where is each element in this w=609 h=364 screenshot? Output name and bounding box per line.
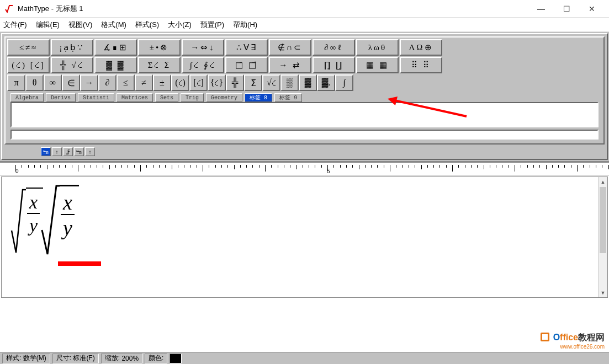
sym-pm[interactable]: ± bbox=[153, 74, 171, 91]
palette-greek-lower[interactable]: λωθ bbox=[356, 39, 399, 56]
frac-1-num: x bbox=[27, 192, 40, 213]
palette-misc[interactable]: ∂∞ℓ bbox=[313, 39, 355, 56]
status-style[interactable]: 样式: 数学(M) bbox=[2, 354, 50, 363]
tab-sets[interactable]: Sets bbox=[155, 93, 178, 102]
nav-right-tab-icon[interactable]: ⭾ bbox=[74, 147, 84, 156]
sym-element[interactable]: ∈ bbox=[62, 74, 80, 91]
menu-preset[interactable]: 预置(P) bbox=[200, 20, 224, 30]
formula: x y x y bbox=[10, 185, 79, 256]
frac-2-den: y bbox=[61, 215, 75, 239]
frac-2: x y bbox=[61, 191, 75, 239]
frac-1: x y bbox=[27, 192, 40, 236]
palette-logic[interactable]: ∴∀∃ bbox=[225, 39, 268, 56]
watermark: OOffice教程网ffice教程网 www.office26.com bbox=[539, 331, 605, 350]
sym-pi[interactable]: π bbox=[7, 74, 25, 91]
palette-embellish[interactable]: ∡∎⊞ bbox=[94, 39, 137, 56]
palette-arrows[interactable]: →⇔↓ bbox=[182, 39, 224, 56]
palette-product[interactable]: ∏̣ ∐̣ bbox=[313, 57, 355, 73]
ruler[interactable]: 0 5 bbox=[0, 162, 609, 175]
palette-fences[interactable]: (𐑖) [𐑖] bbox=[7, 57, 50, 73]
palette-greek-upper[interactable]: ΛΩ⊕ bbox=[400, 39, 442, 56]
scroll-down-icon[interactable]: ▼ bbox=[599, 288, 607, 297]
tab-derivs[interactable]: Derivs bbox=[46, 93, 76, 102]
menu-file[interactable]: 文件(F) bbox=[3, 20, 27, 30]
menu-edit[interactable]: 编辑(E) bbox=[36, 20, 60, 30]
menu-help[interactable]: 帮助(H) bbox=[233, 20, 257, 30]
frac-1-den: y bbox=[27, 214, 40, 236]
palette-overbar[interactable]: □̄ □⃗ bbox=[225, 57, 268, 73]
equation-editor[interactable]: x y x y ▲ ▼ bbox=[1, 176, 608, 298]
app-logo-icon bbox=[4, 4, 13, 13]
toolbar-area: ≤≠≈ ¡ạḅ∵ ∡∎⊞ ±•⊗ →⇔↓ ∴∀∃ ∉∩⊂ ∂∞ℓ λωθ ΛΩ⊕… bbox=[0, 32, 609, 162]
sym-leq[interactable]: ≤ bbox=[116, 74, 135, 91]
menu-view[interactable]: 视图(V) bbox=[68, 20, 92, 30]
palette-labeled-arrow[interactable]: → ⇄ bbox=[269, 57, 311, 73]
nav-center-icon[interactable]: ⭿ bbox=[63, 147, 73, 156]
sym-box1[interactable]: ▒ bbox=[280, 74, 299, 91]
palette-relations[interactable]: ≤≠≈ bbox=[7, 39, 50, 56]
nav-up2-icon[interactable]: ↑ bbox=[85, 147, 95, 156]
status-size[interactable]: 尺寸: 标准(F) bbox=[52, 354, 99, 363]
annotation-underline bbox=[58, 261, 101, 266]
palette-row-1: ≤≠≈ ¡ạḅ∵ ∡∎⊞ ±•⊗ →⇔↓ ∴∀∃ ∉∩⊂ ∂∞ℓ λωθ ΛΩ⊕ bbox=[7, 39, 602, 56]
nav-row: ⭾ ↑ ⭿ ⭾ ↑ bbox=[3, 146, 606, 158]
palette-set[interactable]: ∉∩⊂ bbox=[269, 39, 311, 56]
status-bar: 样式: 数学(M) 尺寸: 标准(F) 缩放: 200% 颜色: bbox=[0, 352, 609, 364]
close-button[interactable]: ✕ bbox=[579, 1, 605, 17]
palette-fractions[interactable]: ╬ √𐑖 bbox=[51, 57, 93, 73]
sym-box3[interactable]: ▓. bbox=[317, 74, 335, 91]
menu-size[interactable]: 大小(Z) bbox=[168, 20, 192, 30]
sym-bracket[interactable]: [𐑖] bbox=[189, 74, 208, 91]
scroll-up-icon[interactable]: ▲ bbox=[599, 177, 607, 186]
sym-theta[interactable]: θ bbox=[25, 74, 44, 91]
tab-8[interactable]: 标签 8 bbox=[245, 93, 272, 102]
status-zoom[interactable]: 缩放: 200% bbox=[101, 354, 142, 363]
palette-boxes[interactable]: ⠿ ⠿ bbox=[400, 57, 442, 73]
sym-partial[interactable]: ∂ bbox=[98, 74, 116, 91]
palette-matrix[interactable]: ▦ ▦ bbox=[356, 57, 399, 73]
nav-up-icon[interactable]: ↑ bbox=[52, 147, 62, 156]
sym-infinity[interactable]: ∞ bbox=[44, 74, 62, 91]
tab-matrices[interactable]: Matrices bbox=[116, 93, 153, 102]
sym-int[interactable]: ∫ bbox=[335, 74, 353, 91]
palette-operators[interactable]: ±•⊗ bbox=[138, 39, 181, 56]
palette: ≤≠≈ ¡ạḅ∵ ∡∎⊞ ±•⊗ →⇔↓ ∴∀∃ ∉∩⊂ ∂∞ℓ λωθ ΛΩ⊕… bbox=[4, 36, 605, 144]
minimize-button[interactable]: — bbox=[528, 1, 554, 17]
palette-subsup[interactable]: ▓ ▓ bbox=[94, 57, 137, 73]
status-color-label[interactable]: 颜色: bbox=[145, 354, 167, 363]
nav-left-tab-icon[interactable]: ⭾ bbox=[41, 147, 51, 156]
tab-content-upper[interactable] bbox=[10, 102, 599, 127]
menu-format[interactable]: 格式(M) bbox=[101, 20, 126, 30]
frac-2-num: x bbox=[61, 191, 75, 214]
svg-rect-3 bbox=[542, 334, 548, 340]
sqrt-1: x y bbox=[10, 188, 43, 254]
tab-geometry[interactable]: Geometry bbox=[206, 93, 242, 102]
palette-sum[interactable]: Σ𐑖 Σ̄ bbox=[138, 57, 181, 73]
sym-paren[interactable]: (𐑖) bbox=[171, 74, 189, 91]
sym-brace[interactable]: {𐑖} bbox=[208, 74, 226, 91]
title-bar: MathType - 无标题 1 — ☐ ✕ bbox=[0, 0, 609, 18]
watermark-url: www.office26.com bbox=[539, 344, 605, 350]
tab-algebra[interactable]: Algebra bbox=[10, 93, 44, 102]
sym-sum[interactable]: Σ̇ bbox=[244, 74, 262, 91]
sym-neq[interactable]: ≠ bbox=[135, 74, 153, 91]
tab-content-lower[interactable] bbox=[10, 130, 599, 140]
sym-box2[interactable]: ▓ bbox=[299, 74, 317, 91]
vertical-scrollbar[interactable]: ▲ ▼ bbox=[598, 177, 607, 297]
palette-spaces[interactable]: ¡ạḅ∵ bbox=[51, 39, 93, 56]
sym-sqrt[interactable]: √𐑖 bbox=[262, 74, 280, 91]
window-title: MathType - 无标题 1 bbox=[18, 4, 83, 14]
status-color-swatch[interactable] bbox=[170, 354, 182, 363]
maximize-button[interactable]: ☐ bbox=[554, 1, 579, 17]
tab-trig[interactable]: Trig bbox=[181, 93, 204, 102]
scroll-thumb[interactable] bbox=[600, 187, 606, 253]
sym-arrow[interactable]: → bbox=[80, 74, 98, 91]
menu-bar: 文件(F) 编辑(E) 视图(V) 格式(M) 样式(S) 大小(Z) 预置(P… bbox=[0, 18, 609, 32]
symbol-row: π θ ∞ ∈ → ∂ ≤ ≠ ± (𐑖) [𐑖] {𐑖} ╬ Σ̇ √𐑖 ▒ … bbox=[7, 74, 602, 91]
menu-style[interactable]: 样式(S) bbox=[135, 20, 159, 30]
palette-row-2: (𐑖) [𐑖] ╬ √𐑖 ▓ ▓ Σ𐑖 Σ̄ ∫𐑖 ∮𐑖 □̄ □⃗ → ⇄ ∏… bbox=[7, 57, 602, 73]
tab-statisti[interactable]: Statisti bbox=[78, 93, 114, 102]
palette-integral[interactable]: ∫𐑖 ∮𐑖 bbox=[182, 57, 224, 73]
tab-9[interactable]: 标签 9 bbox=[274, 93, 302, 102]
sym-frac[interactable]: ╬ bbox=[226, 74, 244, 91]
